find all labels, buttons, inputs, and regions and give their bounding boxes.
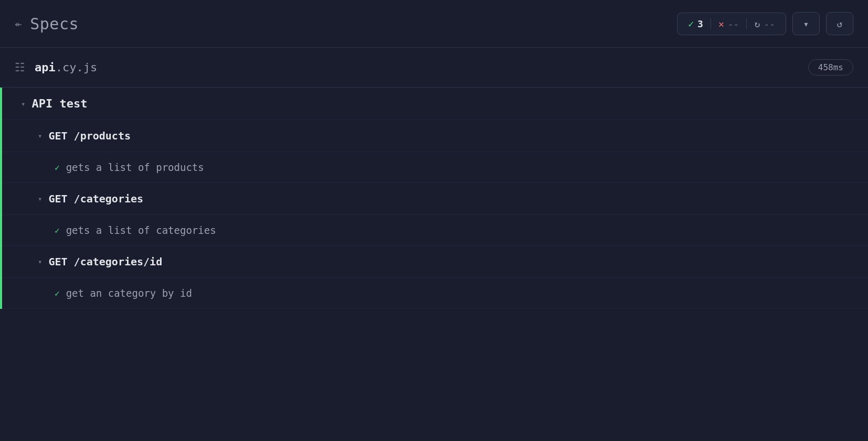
stat-divider-2 xyxy=(746,18,747,29)
describe-item-categories-id[interactable]: ▾ GET /categories/id xyxy=(0,246,868,278)
pending-stat: ↻ -- xyxy=(754,18,775,29)
file-name: api.cy.js xyxy=(35,61,97,74)
test-label: get an category by id xyxy=(66,287,192,299)
check-icon: ✓ xyxy=(688,18,694,29)
header-left: ↞ Specs xyxy=(15,15,79,33)
chevron-down-icon: ▾ xyxy=(803,18,809,29)
file-left: ☷ api.cy.js xyxy=(15,61,97,74)
check-icon: ✓ xyxy=(55,288,60,298)
x-icon: ✕ xyxy=(718,18,724,29)
test-tree: ▾ API test ▾ GET /products ✓ gets a list… xyxy=(0,88,868,441)
describe-item-products[interactable]: ▾ GET /products xyxy=(0,120,868,152)
test-item-category-by-id[interactable]: ✓ get an category by id xyxy=(0,278,868,309)
passed-count: 3 xyxy=(697,18,703,29)
file-duration: 458ms xyxy=(808,59,853,76)
test-label: gets a list of products xyxy=(66,162,204,173)
describe-item-categories[interactable]: ▾ GET /categories xyxy=(0,183,868,215)
test-item-products-list[interactable]: ✓ gets a list of products xyxy=(0,152,868,183)
app-container: ↞ Specs ✓ 3 ✕ -- ↻ -- xyxy=(0,0,868,441)
suite-item[interactable]: ▾ API test xyxy=(0,88,868,120)
pending-count: -- xyxy=(764,18,775,29)
chevron-icon: ▾ xyxy=(38,132,42,140)
chevron-icon: ▾ xyxy=(38,195,42,203)
back-icon[interactable]: ↞ xyxy=(15,17,22,30)
test-item-categories-list[interactable]: ✓ gets a list of categories xyxy=(0,215,868,246)
test-label: gets a list of categories xyxy=(66,224,216,236)
header: ↞ Specs ✓ 3 ✕ -- ↻ -- xyxy=(0,0,868,47)
describe-label: GET /categories xyxy=(48,192,143,205)
file-name-bold: api xyxy=(35,61,56,74)
green-bar xyxy=(0,88,2,309)
header-right: ✓ 3 ✕ -- ↻ -- ▾ ↺ xyxy=(677,12,853,35)
describe-label: GET /products xyxy=(48,130,131,142)
stat-divider-1 xyxy=(711,18,711,29)
page-title: Specs xyxy=(30,15,79,33)
refresh-button[interactable]: ↺ xyxy=(826,12,853,35)
stats-bar: ✓ 3 ✕ -- ↻ -- xyxy=(677,13,786,35)
refresh-icon: ↺ xyxy=(837,18,843,29)
check-icon: ✓ xyxy=(55,225,60,235)
describe-label: GET /categories/id xyxy=(48,255,162,268)
spin-icon: ↻ xyxy=(754,18,760,29)
chevron-icon: ▾ xyxy=(38,257,42,266)
passed-stat: ✓ 3 xyxy=(688,18,703,29)
chevron-icon: ▾ xyxy=(21,100,25,108)
tree-group: ▾ API test ▾ GET /products ✓ gets a list… xyxy=(0,88,868,309)
failed-stat: ✕ -- xyxy=(718,18,739,29)
file-icon: ☷ xyxy=(15,61,25,74)
check-icon: ✓ xyxy=(55,163,60,173)
file-item[interactable]: ☷ api.cy.js 458ms xyxy=(0,48,868,88)
suite-label: API test xyxy=(31,97,87,110)
dropdown-button[interactable]: ▾ xyxy=(792,12,820,35)
file-name-ext: .cy.js xyxy=(56,61,97,74)
failed-count: -- xyxy=(728,18,739,29)
